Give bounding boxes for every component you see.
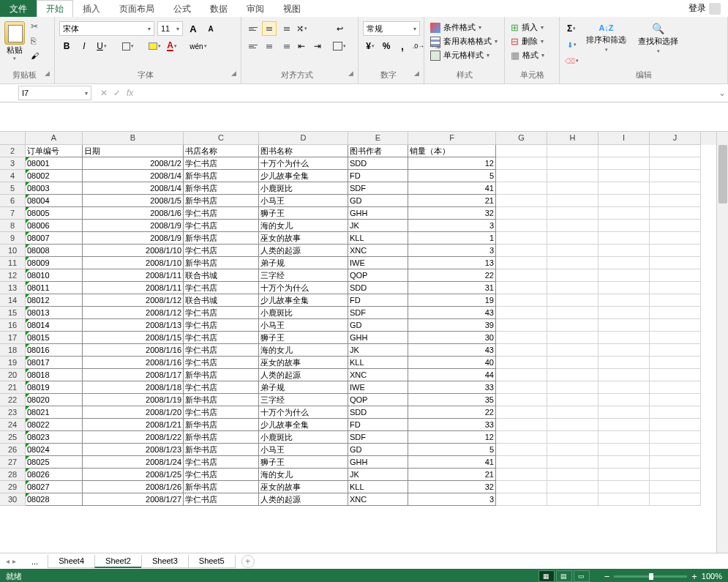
cell[interactable] xyxy=(496,145,547,157)
cell[interactable]: 2008/1/9 xyxy=(83,220,184,232)
cell[interactable] xyxy=(650,257,701,269)
cell[interactable] xyxy=(598,145,650,157)
cell[interactable]: 学仁书店 xyxy=(184,307,259,319)
cell[interactable]: 1 xyxy=(408,232,496,245)
cell[interactable] xyxy=(547,182,598,195)
number-format-combo[interactable]: 常规▾ xyxy=(363,21,420,36)
cell[interactable]: FD xyxy=(348,294,408,307)
cell[interactable] xyxy=(598,431,650,444)
clipboard-launcher[interactable]: ◢ xyxy=(45,70,50,77)
ribbon-tab-7[interactable]: 视图 xyxy=(274,0,310,17)
cell[interactable]: 2008/1/27 xyxy=(83,493,184,506)
cell[interactable] xyxy=(598,319,650,332)
cell[interactable] xyxy=(547,157,598,170)
ribbon-tab-0[interactable]: 文件 xyxy=(0,0,37,17)
cell[interactable]: 5 xyxy=(408,170,496,182)
cell[interactable]: 2008/1/21 xyxy=(83,419,184,431)
cell[interactable] xyxy=(496,394,547,406)
cell[interactable] xyxy=(496,381,547,394)
cell[interactable] xyxy=(598,444,650,456)
cell[interactable] xyxy=(547,456,598,469)
cell[interactable] xyxy=(598,257,650,269)
cell[interactable]: 日期 xyxy=(83,145,184,157)
cell[interactable]: 08010 xyxy=(26,269,83,282)
cell[interactable] xyxy=(650,195,701,207)
cell[interactable] xyxy=(496,282,547,294)
cell[interactable]: 新华书店 xyxy=(184,369,259,381)
cell[interactable]: 少儿故事全集 xyxy=(259,294,348,307)
cell[interactable]: 联合书城 xyxy=(184,269,259,282)
cell[interactable]: 08007 xyxy=(26,232,83,245)
cell[interactable]: 43 xyxy=(408,344,496,357)
cell[interactable] xyxy=(650,319,701,332)
cell[interactable] xyxy=(496,469,547,481)
cell[interactable]: 学仁书店 xyxy=(184,319,259,332)
cell[interactable]: 少儿故事全集 xyxy=(259,419,348,431)
cell[interactable]: 人类的起源 xyxy=(259,369,348,381)
cell[interactable]: 少儿故事全集 xyxy=(259,170,348,182)
cell[interactable] xyxy=(650,307,701,319)
cell[interactable]: 2008/1/10 xyxy=(83,257,184,269)
cell[interactable] xyxy=(496,245,547,257)
cell[interactable]: 39 xyxy=(408,319,496,332)
increase-decimal-button[interactable] xyxy=(411,39,426,53)
cell[interactable]: 联合书城 xyxy=(184,294,259,307)
cell[interactable] xyxy=(547,357,598,369)
align-top-button[interactable] xyxy=(246,21,260,36)
cell[interactable]: 31 xyxy=(408,282,496,294)
cell[interactable] xyxy=(598,456,650,469)
cell[interactable]: 30 xyxy=(408,332,496,344)
col-header-F[interactable]: F xyxy=(408,132,496,145)
cell[interactable]: 5 xyxy=(408,444,496,456)
cell[interactable] xyxy=(650,182,701,195)
align-left-button[interactable] xyxy=(246,39,260,53)
cell[interactable]: 学仁书店 xyxy=(184,220,259,232)
col-header-B[interactable]: B xyxy=(83,132,184,145)
cell[interactable] xyxy=(496,444,547,456)
cell[interactable]: 08025 xyxy=(26,456,83,469)
cell[interactable]: IWE xyxy=(348,257,408,269)
align-bottom-button[interactable] xyxy=(278,21,293,36)
zoom-slider[interactable] xyxy=(614,575,687,578)
row-header-23[interactable]: 23 xyxy=(0,406,26,419)
cell[interactable]: 08009 xyxy=(26,257,83,269)
cell[interactable] xyxy=(650,170,701,182)
cell[interactable] xyxy=(650,394,701,406)
decrease-indent-button[interactable] xyxy=(294,39,309,53)
cell[interactable]: 弟子规 xyxy=(259,257,348,269)
cell[interactable]: 三字经 xyxy=(259,394,348,406)
cell[interactable] xyxy=(547,220,598,232)
row-header-15[interactable]: 15 xyxy=(0,307,26,319)
cell[interactable] xyxy=(598,381,650,394)
cell[interactable]: 08006 xyxy=(26,220,83,232)
cell[interactable]: 学仁书店 xyxy=(184,381,259,394)
cell[interactable]: 销量（本） xyxy=(408,145,496,157)
cell[interactable] xyxy=(650,481,701,493)
cell[interactable] xyxy=(496,431,547,444)
row-header-21[interactable]: 21 xyxy=(0,381,26,394)
cell[interactable] xyxy=(598,207,650,220)
new-sheet-button[interactable]: + xyxy=(241,555,255,568)
cell[interactable] xyxy=(547,469,598,481)
cell[interactable]: KLL xyxy=(348,357,408,369)
cell[interactable]: 2008/1/24 xyxy=(83,456,184,469)
zoom-out-button[interactable]: − xyxy=(604,571,610,582)
cell[interactable]: QOP xyxy=(348,269,408,282)
cell[interactable] xyxy=(496,195,547,207)
cell[interactable]: 狮子王 xyxy=(259,207,348,220)
autosum-button[interactable] xyxy=(564,21,579,36)
cell[interactable]: 08012 xyxy=(26,294,83,307)
row-header-19[interactable]: 19 xyxy=(0,357,26,369)
cell[interactable] xyxy=(598,357,650,369)
cell[interactable]: 十万个为什么 xyxy=(259,406,348,419)
cell[interactable]: 41 xyxy=(408,456,496,469)
cell[interactable] xyxy=(496,257,547,269)
cell[interactable]: 狮子王 xyxy=(259,456,348,469)
cell[interactable] xyxy=(547,232,598,245)
col-header-A[interactable]: A xyxy=(26,132,83,145)
cell[interactable] xyxy=(598,220,650,232)
cell[interactable] xyxy=(496,294,547,307)
cell[interactable]: JK xyxy=(348,469,408,481)
cell[interactable]: 2008/1/13 xyxy=(83,319,184,332)
cell[interactable]: 08013 xyxy=(26,307,83,319)
